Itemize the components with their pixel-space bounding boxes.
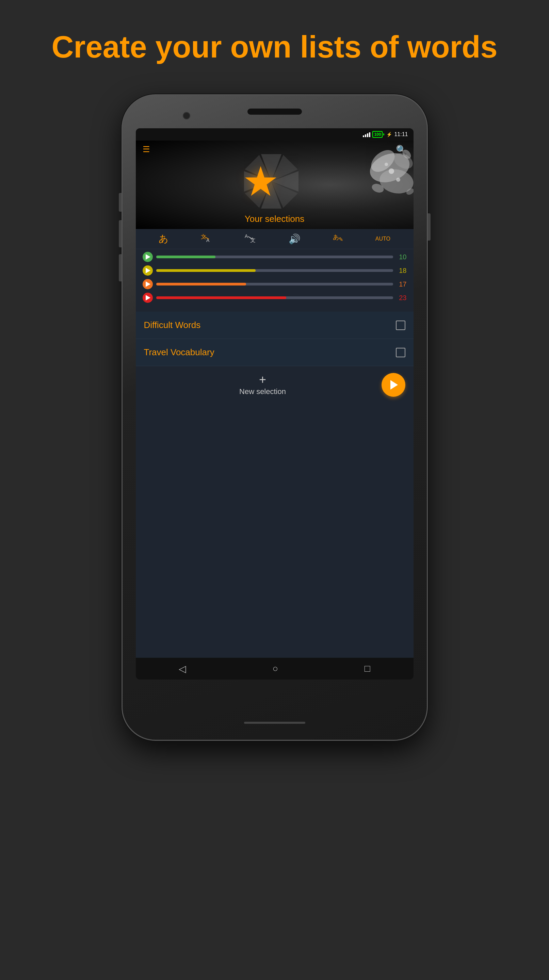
progress-track-green bbox=[156, 256, 393, 258]
auto-mode-label[interactable]: AUTO bbox=[376, 236, 390, 242]
volume-up-button bbox=[119, 220, 121, 247]
nav-bar: ◁ ○ □ bbox=[136, 658, 414, 679]
plus-icon: + bbox=[259, 374, 266, 386]
phone-speaker bbox=[247, 108, 302, 115]
list-item-difficult-words[interactable]: Difficult Words bbox=[136, 312, 414, 339]
play-green-button[interactable] bbox=[143, 252, 153, 262]
new-selection-row[interactable]: + New selection bbox=[136, 366, 414, 404]
svg-text:A: A bbox=[245, 234, 248, 239]
progress-track-yellow bbox=[156, 269, 393, 272]
headline: Create your own lists of words bbox=[51, 27, 497, 67]
progress-row-red: 23 bbox=[143, 293, 407, 303]
checkbox-difficult-words[interactable] bbox=[396, 321, 405, 330]
progress-count-orange: 17 bbox=[396, 280, 407, 288]
headline-suffix: lists of words bbox=[292, 30, 498, 64]
progress-track-orange bbox=[156, 283, 393, 285]
status-bar: 100 ⚡ 11:11 bbox=[136, 128, 414, 140]
audio-mode-icon[interactable]: 🔊 bbox=[289, 234, 301, 245]
battery-icon: 100 bbox=[372, 131, 383, 138]
nav-home-button[interactable]: ○ bbox=[273, 663, 278, 674]
progress-track-red bbox=[156, 296, 393, 299]
search-icon[interactable]: 🔍 bbox=[396, 145, 407, 155]
front-camera bbox=[183, 112, 190, 119]
signal-icon bbox=[363, 132, 370, 137]
controls-bar: あ 文 A A 文 🔊 あ ✎ bbox=[136, 229, 414, 249]
phone-device: 100 ⚡ 11:11 bbox=[121, 94, 428, 741]
silent-button bbox=[119, 193, 121, 212]
play-red-button[interactable] bbox=[143, 293, 153, 303]
status-time: 11:11 bbox=[394, 131, 408, 137]
phone-home-bar bbox=[244, 722, 305, 724]
fab-play-button[interactable] bbox=[382, 373, 405, 397]
battery-tip bbox=[383, 134, 384, 135]
progress-fill-orange bbox=[156, 283, 246, 285]
reverse-mode-icon[interactable]: A 文 bbox=[245, 233, 256, 245]
volume-down-button bbox=[119, 254, 121, 282]
progress-row-yellow: 18 bbox=[143, 266, 407, 275]
headline-bold: your own bbox=[156, 30, 292, 64]
checkbox-travel-vocab[interactable] bbox=[396, 348, 405, 357]
svg-text:あ: あ bbox=[333, 234, 339, 240]
progress-fill-red bbox=[156, 296, 286, 299]
headline-prefix: Create bbox=[51, 30, 155, 64]
word-list-section: Difficult Words Travel Vocabulary + New … bbox=[136, 312, 414, 658]
progress-row-orange: 17 bbox=[143, 279, 407, 289]
svg-text:✎: ✎ bbox=[339, 237, 343, 242]
fab-play-triangle bbox=[390, 380, 398, 390]
play-orange-button[interactable] bbox=[143, 279, 153, 289]
list-item-label: Difficult Words bbox=[144, 320, 201, 331]
phone-screen: 100 ⚡ 11:11 bbox=[136, 128, 414, 679]
nav-back-button[interactable]: ◁ bbox=[179, 663, 186, 675]
progress-section: 10 18 17 bbox=[136, 249, 414, 312]
nav-recent-button[interactable]: □ bbox=[364, 663, 370, 674]
star-icon: ★ bbox=[242, 161, 279, 202]
progress-count-red: 23 bbox=[396, 294, 407, 302]
svg-text:文: 文 bbox=[201, 234, 206, 240]
progress-fill-green bbox=[156, 256, 215, 258]
play-yellow-button[interactable] bbox=[143, 266, 153, 275]
progress-fill-yellow bbox=[156, 269, 256, 272]
translate-mode-icon[interactable]: 文 A bbox=[201, 233, 212, 245]
progress-row-green: 10 bbox=[143, 252, 407, 262]
status-icons: 100 ⚡ 11:11 bbox=[363, 131, 408, 138]
write-mode-icon[interactable]: あ ✎ bbox=[333, 233, 343, 245]
power-button bbox=[428, 213, 431, 240]
svg-point-5 bbox=[396, 178, 400, 182]
list-item-travel-vocab[interactable]: Travel Vocabulary bbox=[136, 339, 414, 366]
list-item-label: Travel Vocabulary bbox=[144, 347, 215, 358]
vocab-mode-icon[interactable]: あ bbox=[159, 232, 169, 245]
progress-count-yellow: 18 bbox=[396, 267, 407, 275]
hero-banner: ★ ☰ 🔍 Your selections bbox=[136, 140, 414, 229]
svg-point-4 bbox=[389, 169, 394, 174]
progress-count-green: 10 bbox=[396, 253, 407, 261]
menu-icon[interactable]: ☰ bbox=[143, 145, 150, 154]
charging-icon: ⚡ bbox=[386, 132, 392, 137]
new-selection-content: + New selection bbox=[144, 374, 382, 396]
svg-point-6 bbox=[385, 163, 388, 166]
new-selection-label: New selection bbox=[239, 387, 286, 396]
hero-title: Your selections bbox=[136, 214, 414, 224]
